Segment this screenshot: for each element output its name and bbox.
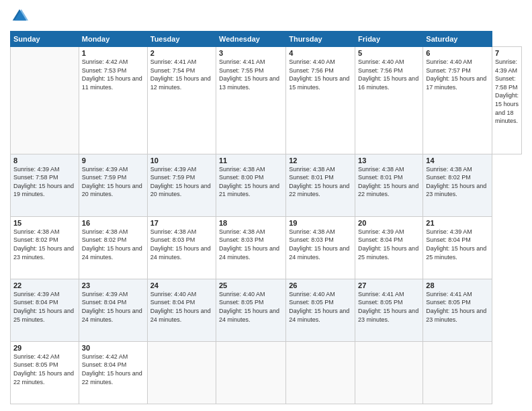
calendar-cell: 21 Sunrise: 4:39 AMSunset: 8:04 PMDaylig…	[423, 216, 492, 279]
day-number: 20	[358, 219, 420, 227]
day-number: 29	[13, 344, 76, 352]
calendar-cell	[423, 341, 492, 404]
calendar-cell: 12 Sunrise: 4:38 AMSunset: 8:01 PMDaylig…	[286, 154, 355, 216]
day-info: Sunrise: 4:40 AMSunset: 7:56 PMDaylight:…	[289, 58, 352, 91]
calendar-cell: 2 Sunrise: 4:41 AMSunset: 7:54 PMDayligh…	[147, 47, 216, 154]
day-number: 3	[219, 49, 283, 57]
day-info: Sunrise: 4:42 AMSunset: 7:53 PMDaylight:…	[82, 58, 144, 91]
calendar-cell: 3 Sunrise: 4:41 AMSunset: 7:55 PMDayligh…	[216, 47, 285, 154]
calendar-cell: 20 Sunrise: 4:39 AMSunset: 8:04 PMDaylig…	[355, 216, 423, 279]
col-header-saturday: Saturday	[423, 32, 492, 47]
day-info: Sunrise: 4:42 AMSunset: 8:05 PMDaylight:…	[13, 353, 76, 386]
day-info: Sunrise: 4:38 AMSunset: 8:02 PMDaylight:…	[426, 165, 489, 199]
day-number: 10	[150, 156, 213, 165]
calendar-cell: 7 Sunrise: 4:39 AMSunset: 7:58 PMDayligh…	[492, 47, 521, 154]
day-info: Sunrise: 4:39 AMSunset: 8:04 PMDaylight:…	[82, 290, 144, 324]
calendar-cell: 4 Sunrise: 4:40 AMSunset: 7:56 PMDayligh…	[286, 47, 355, 154]
day-number: 11	[219, 156, 283, 165]
calendar-cell: 25 Sunrise: 4:40 AMSunset: 8:05 PMDaylig…	[216, 279, 285, 341]
calendar-table: SundayMondayTuesdayWednesdayThursdayFrid…	[10, 31, 522, 404]
calendar-cell: 28 Sunrise: 4:41 AMSunset: 8:05 PMDaylig…	[423, 279, 492, 341]
day-number: 24	[150, 281, 213, 289]
calendar-cell: 23 Sunrise: 4:39 AMSunset: 8:04 PMDaylig…	[79, 279, 147, 341]
day-info: Sunrise: 4:41 AMSunset: 8:05 PMDaylight:…	[426, 290, 489, 324]
day-number: 25	[219, 281, 283, 289]
day-number: 15	[13, 219, 76, 227]
calendar-cell: 17 Sunrise: 4:38 AMSunset: 8:03 PMDaylig…	[147, 216, 216, 279]
calendar-cell	[216, 341, 285, 404]
day-number: 9	[82, 156, 144, 165]
day-info: Sunrise: 4:39 AMSunset: 7:58 PMDaylight:…	[13, 165, 76, 199]
logo-icon	[10, 7, 29, 26]
day-number: 28	[426, 281, 489, 289]
day-info: Sunrise: 4:38 AMSunset: 8:03 PMDaylight:…	[219, 228, 283, 261]
col-header-wednesday: Wednesday	[216, 32, 285, 47]
day-number: 19	[289, 219, 352, 227]
day-number: 14	[426, 156, 489, 165]
calendar-cell: 11 Sunrise: 4:38 AMSunset: 8:00 PMDaylig…	[216, 154, 285, 216]
day-number: 23	[82, 281, 144, 289]
calendar-cell: 24 Sunrise: 4:40 AMSunset: 8:04 PMDaylig…	[147, 279, 216, 341]
col-header-sunday: Sunday	[11, 32, 79, 47]
day-number: 21	[426, 219, 489, 227]
col-header-tuesday: Tuesday	[147, 32, 216, 47]
day-number: 4	[289, 49, 352, 57]
calendar-cell: 9 Sunrise: 4:39 AMSunset: 7:59 PMDayligh…	[79, 154, 147, 216]
day-info: Sunrise: 4:39 AMSunset: 7:58 PMDaylight:…	[495, 58, 519, 126]
calendar-cell: 27 Sunrise: 4:41 AMSunset: 8:05 PMDaylig…	[355, 279, 423, 341]
calendar-cell	[355, 341, 423, 404]
calendar-cell: 8 Sunrise: 4:39 AMSunset: 7:58 PMDayligh…	[11, 154, 79, 216]
day-number: 1	[82, 49, 144, 57]
day-info: Sunrise: 4:39 AMSunset: 8:04 PMDaylight:…	[13, 290, 76, 324]
calendar-cell: 14 Sunrise: 4:38 AMSunset: 8:02 PMDaylig…	[423, 154, 492, 216]
day-info: Sunrise: 4:38 AMSunset: 8:00 PMDaylight:…	[219, 165, 283, 199]
day-number: 27	[358, 281, 420, 289]
day-number: 16	[82, 219, 144, 227]
calendar-cell: 30 Sunrise: 4:42 AMSunset: 8:04 PMDaylig…	[79, 341, 147, 404]
day-number: 2	[150, 49, 213, 57]
calendar-cell: 15 Sunrise: 4:38 AMSunset: 8:02 PMDaylig…	[11, 216, 79, 279]
day-number: 12	[289, 156, 352, 165]
day-info: Sunrise: 4:38 AMSunset: 8:01 PMDaylight:…	[289, 165, 352, 199]
page: SundayMondayTuesdayWednesdayThursdayFrid…	[0, 0, 532, 411]
day-number: 5	[358, 49, 420, 57]
day-info: Sunrise: 4:41 AMSunset: 8:05 PMDaylight:…	[358, 290, 420, 324]
empty-cell	[11, 47, 79, 154]
calendar-cell: 18 Sunrise: 4:38 AMSunset: 8:03 PMDaylig…	[216, 216, 285, 279]
day-info: Sunrise: 4:39 AMSunset: 7:59 PMDaylight:…	[150, 165, 213, 199]
day-number: 13	[358, 156, 420, 165]
col-header-friday: Friday	[355, 32, 423, 47]
day-info: Sunrise: 4:40 AMSunset: 8:05 PMDaylight:…	[289, 290, 352, 324]
calendar-cell	[286, 341, 355, 404]
calendar-cell: 10 Sunrise: 4:39 AMSunset: 7:59 PMDaylig…	[147, 154, 216, 216]
calendar-cell: 1 Sunrise: 4:42 AMSunset: 7:53 PMDayligh…	[79, 47, 147, 154]
calendar-cell: 29 Sunrise: 4:42 AMSunset: 8:05 PMDaylig…	[11, 341, 79, 404]
day-info: Sunrise: 4:39 AMSunset: 7:59 PMDaylight:…	[82, 165, 144, 199]
calendar-cell: 22 Sunrise: 4:39 AMSunset: 8:04 PMDaylig…	[11, 279, 79, 341]
day-number: 26	[289, 281, 352, 289]
col-header-thursday: Thursday	[286, 32, 355, 47]
day-number: 30	[82, 344, 144, 352]
day-info: Sunrise: 4:38 AMSunset: 8:02 PMDaylight:…	[13, 228, 76, 261]
calendar-cell: 6 Sunrise: 4:40 AMSunset: 7:57 PMDayligh…	[423, 47, 492, 154]
day-info: Sunrise: 4:42 AMSunset: 8:04 PMDaylight:…	[82, 353, 144, 386]
calendar-cell: 19 Sunrise: 4:38 AMSunset: 8:03 PMDaylig…	[286, 216, 355, 279]
day-info: Sunrise: 4:40 AMSunset: 8:05 PMDaylight:…	[219, 290, 283, 324]
col-header-monday: Monday	[79, 32, 147, 47]
calendar-cell: 16 Sunrise: 4:38 AMSunset: 8:02 PMDaylig…	[79, 216, 147, 279]
day-info: Sunrise: 4:41 AMSunset: 7:54 PMDaylight:…	[150, 58, 213, 91]
day-number: 6	[426, 49, 489, 57]
day-info: Sunrise: 4:40 AMSunset: 8:04 PMDaylight:…	[150, 290, 213, 324]
day-number: 17	[150, 219, 213, 227]
day-number: 22	[13, 281, 76, 289]
day-number: 7	[495, 49, 519, 57]
calendar-cell: 26 Sunrise: 4:40 AMSunset: 8:05 PMDaylig…	[286, 279, 355, 341]
day-info: Sunrise: 4:39 AMSunset: 8:04 PMDaylight:…	[358, 228, 420, 261]
day-number: 8	[13, 156, 76, 165]
header	[10, 7, 522, 26]
day-info: Sunrise: 4:38 AMSunset: 8:03 PMDaylight:…	[150, 228, 213, 261]
day-info: Sunrise: 4:38 AMSunset: 8:03 PMDaylight:…	[289, 228, 352, 261]
day-info: Sunrise: 4:40 AMSunset: 7:57 PMDaylight:…	[426, 58, 489, 91]
day-info: Sunrise: 4:38 AMSunset: 8:02 PMDaylight:…	[82, 228, 144, 261]
day-number: 18	[219, 219, 283, 227]
